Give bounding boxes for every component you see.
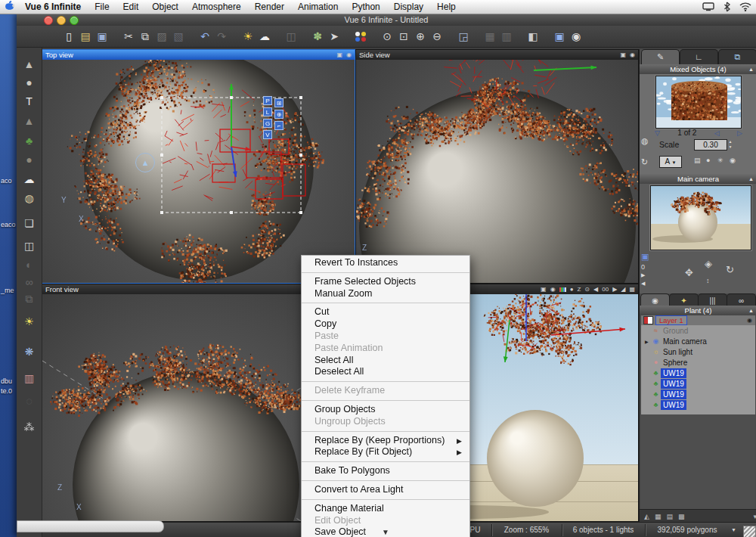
- new-scene-icon[interactable]: ▯: [60, 28, 77, 45]
- object-library-tool-icon[interactable]: ◫: [20, 238, 38, 253]
- layer-item-label[interactable]: Sphere: [661, 358, 689, 368]
- terrain-tool-icon[interactable]: ▲: [20, 57, 38, 72]
- zbuffer-icon[interactable]: Z: [577, 286, 581, 293]
- load-atmosphere-icon[interactable]: ☁: [256, 28, 273, 45]
- cloud-tool-icon[interactable]: ☁: [20, 172, 38, 187]
- expand-icon[interactable]: ▶: [645, 339, 651, 344]
- rock-tool-icon[interactable]: ▲: [20, 113, 38, 129]
- stone-tool-icon[interactable]: ●: [20, 152, 38, 167]
- resize-viewports-icon[interactable]: ◲: [455, 28, 472, 45]
- menu-item-ungroup-objects[interactable]: Ungroup Objects: [302, 416, 469, 428]
- menu-item-paste[interactable]: Paste: [302, 331, 469, 343]
- zoom-in-icon[interactable]: ⊕: [412, 28, 429, 45]
- polygons-dropdown-icon[interactable]: ▼: [731, 523, 736, 537]
- menubar-item-display[interactable]: Display: [387, 0, 430, 14]
- effects-tool-icon[interactable]: ◌: [20, 393, 38, 408]
- collapse-icon[interactable]: ▲: [748, 174, 754, 184]
- layer-row-uw19[interactable]: ♣UW19: [641, 389, 755, 399]
- camera-section-header[interactable]: Main camera▲: [640, 174, 756, 184]
- menu-item-copy[interactable]: Copy: [302, 318, 469, 331]
- menubar-item-animation[interactable]: Animation: [291, 0, 345, 14]
- zoom-out-icon[interactable]: ⊖: [429, 28, 445, 45]
- point-icon[interactable]: ●: [570, 286, 574, 293]
- layer-row-sun-light[interactable]: ☼Sun light: [641, 346, 755, 357]
- display-mode-icon[interactable]: [559, 287, 566, 292]
- render-view-icon[interactable]: ▣: [620, 51, 626, 59]
- menubar-item-python[interactable]: Python: [345, 0, 386, 14]
- desktop-item-fragment[interactable]: aco: [1, 177, 12, 185]
- menubar-item-help[interactable]: Help: [430, 0, 463, 14]
- corner-icon[interactable]: ◢: [621, 286, 625, 293]
- layers-section-header[interactable]: Plant (4)▲: [640, 306, 756, 315]
- camera-preview[interactable]: [650, 185, 751, 250]
- timeline-icon[interactable]: ▦: [482, 28, 498, 45]
- scale-spinner[interactable]: ▲▼: [727, 139, 733, 151]
- numerics-tab[interactable]: ∟: [680, 49, 718, 64]
- gizmo-mode-icon[interactable]: ⊞: [274, 98, 284, 107]
- desktop-item-fragment[interactable]: _me: [1, 287, 14, 294]
- menu-item-replace-by-keep-proportions-[interactable]: Replace By (Keep Proportions)▶: [302, 435, 469, 447]
- gizmo-mode-icon[interactable]: ⊕: [274, 110, 284, 119]
- desktop-item-fragment[interactable]: eaco: [1, 221, 16, 228]
- copy-icon[interactable]: ⧉: [137, 28, 153, 45]
- textured-icon[interactable]: ▩: [678, 513, 685, 520]
- gizmo-button-v[interactable]: V: [263, 130, 272, 139]
- top-view-canvas[interactable]: [42, 60, 355, 283]
- layer-checkbox[interactable]: [643, 316, 653, 324]
- layer-item-label[interactable]: Main camera: [661, 337, 709, 346]
- object-preview[interactable]: [655, 76, 742, 129]
- layer-row-uw19[interactable]: ♣UW19: [641, 399, 755, 410]
- material-ball-icon[interactable]: ◍: [641, 136, 649, 146]
- menubar-item-app[interactable]: Vue 6 Infinite: [18, 0, 88, 14]
- prev-view-icon[interactable]: ◀: [641, 281, 645, 287]
- menu-item-replace-by-fit-object-[interactable]: Replace By (Fit Object)▶: [302, 446, 469, 458]
- layer-row-uw19[interactable]: ♣UW19: [641, 378, 755, 389]
- wifi-icon[interactable]: [739, 2, 751, 11]
- bluetooth-icon[interactable]: [723, 2, 730, 12]
- wind-tool-icon[interactable]: ❋: [20, 344, 38, 359]
- eye-icon[interactable]: ◉: [747, 317, 752, 324]
- menu-item-change-material[interactable]: Change Material: [302, 503, 469, 515]
- light-tool-icon[interactable]: ☀: [20, 314, 38, 329]
- menu-item-delete-keyframe[interactable]: Delete Keyframe: [302, 385, 469, 397]
- side-view-canvas[interactable]: [356, 60, 638, 283]
- undo-icon[interactable]: ↶: [197, 28, 213, 45]
- pick-plant-icon[interactable]: ➤: [326, 28, 342, 45]
- link-tool-icon[interactable]: ∞: [20, 275, 38, 290]
- scatter-tool-icon[interactable]: ⁂: [20, 420, 38, 435]
- layer-item-label[interactable]: UW19: [661, 400, 686, 410]
- collapse-icon[interactable]: ▲: [748, 306, 754, 315]
- next-view-icon[interactable]: ▶: [641, 272, 645, 278]
- gizmo-button-p[interactable]: P: [263, 96, 272, 105]
- menubar-item-render[interactable]: Render: [248, 0, 291, 14]
- render-area-icon[interactable]: ▣: [551, 28, 568, 45]
- load-object-icon[interactable]: ◫: [283, 28, 299, 45]
- collapse-icon[interactable]: ▲: [748, 64, 754, 74]
- next-icon[interactable]: ▷: [737, 129, 742, 137]
- pan-hand-icon[interactable]: ✥: [685, 267, 693, 278]
- menu-item-select-all[interactable]: Select All: [302, 355, 469, 367]
- menu-scroll-down-icon[interactable]: ▼: [301, 528, 470, 536]
- menubar-item-object[interactable]: Object: [145, 0, 185, 14]
- menu-item-revert-to-instances[interactable]: Revert To Instances: [302, 257, 469, 269]
- layer-item-label[interactable]: Ground: [661, 326, 690, 336]
- ball-icon[interactable]: ●: [706, 157, 710, 164]
- layer-item-label[interactable]: UW19: [661, 379, 686, 389]
- menu-item-manual-zoom[interactable]: Manual Zoom: [302, 288, 469, 300]
- flag-icon[interactable]: ▤: [694, 157, 701, 164]
- planet-tool-icon[interactable]: ◍: [20, 191, 38, 206]
- prev-icon[interactable]: ◁: [714, 129, 720, 137]
- frame-forward-icon[interactable]: ▶: [612, 286, 617, 293]
- menu-item-group-objects[interactable]: Group Objects: [302, 404, 469, 416]
- atmosphere-editor-icon[interactable]: ☀: [240, 28, 256, 45]
- zoom-object-icon[interactable]: ⊙: [379, 28, 395, 45]
- variant-dropdown[interactable]: A ▼: [659, 156, 682, 168]
- menu-item-deselect-all[interactable]: Deselect All: [302, 366, 469, 378]
- layer-row-uw19[interactable]: ♣UW19: [641, 368, 755, 378]
- frame-back-icon[interactable]: ◀: [593, 286, 598, 293]
- grid-icon[interactable]: ▦: [629, 286, 635, 293]
- shaded-icon[interactable]: ▤: [666, 513, 673, 520]
- menu-item-bake-to-polygons[interactable]: Bake To Polygons: [302, 465, 469, 477]
- display-icon[interactable]: [702, 2, 714, 11]
- layer-row-main-camera[interactable]: ▶◉Main camera: [641, 336, 755, 346]
